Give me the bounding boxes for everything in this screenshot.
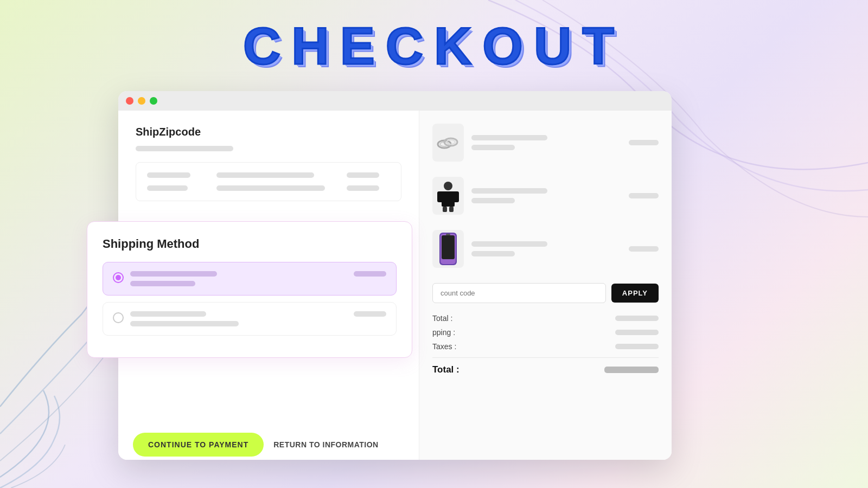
shipping-option-1[interactable]	[103, 262, 397, 296]
bottom-decoration	[0, 390, 108, 488]
continue-to-payment-button[interactable]: CONTINUE TO PAYMENT	[133, 433, 264, 457]
svg-rect-7	[452, 191, 459, 202]
total-label: Total :	[432, 364, 459, 375]
form-field-5[interactable]	[216, 185, 325, 191]
form-field-6[interactable]	[347, 185, 379, 191]
product-image-tshirt	[432, 177, 464, 215]
summary-divider	[432, 357, 659, 358]
rings-icon	[435, 129, 462, 156]
subtotal-row: Total :	[432, 314, 659, 323]
rings-name-bar	[471, 135, 547, 140]
browser-dot-green[interactable]	[150, 97, 157, 105]
product-image-phone	[432, 230, 464, 268]
product-info-rings	[471, 135, 621, 150]
product-info-tshirt	[471, 188, 621, 203]
tshirt-price-bar	[629, 193, 659, 198]
phone-price	[629, 246, 659, 252]
shipping-option-2-content	[130, 311, 347, 326]
svg-point-4	[444, 182, 452, 190]
rings-price-bar	[629, 140, 659, 145]
ship-zipcode-title: ShipZipcode	[136, 126, 401, 138]
phone-name-bar	[471, 241, 547, 247]
product-item-rings	[432, 124, 659, 162]
radio-unselected[interactable]	[113, 312, 124, 323]
rings-detail-bar	[471, 145, 515, 150]
apply-button[interactable]: APPLY	[611, 284, 659, 303]
rings-price	[629, 140, 659, 145]
taxes-label: Taxes :	[432, 342, 456, 351]
shipping-row: pping :	[432, 328, 659, 337]
svg-rect-9	[449, 207, 454, 212]
browser-dot-yellow[interactable]	[138, 97, 145, 105]
option-1-price-bar	[354, 271, 386, 277]
phone-icon	[438, 232, 458, 266]
tshirt-name-bar	[471, 188, 547, 194]
total-value	[604, 367, 659, 373]
zipcode-bar	[136, 146, 233, 151]
shipping-value	[615, 330, 659, 335]
browser-dot-red[interactable]	[126, 97, 133, 105]
shipping-option-2[interactable]	[103, 302, 397, 336]
option-2-price-bar	[354, 311, 386, 317]
option-2-price	[354, 311, 386, 317]
option-2-bars	[130, 311, 347, 326]
option-1-bars	[130, 271, 347, 286]
svg-rect-12	[442, 235, 455, 259]
phone-price-bar	[629, 246, 659, 252]
form-field-4[interactable]	[147, 185, 188, 191]
option-1-price	[354, 271, 386, 277]
radio-inner	[116, 275, 121, 280]
svg-rect-6	[437, 191, 444, 202]
action-buttons: CONTINUE TO PAYMENT RETURN TO INFORMATIO…	[133, 433, 379, 457]
product-item-phone	[432, 230, 659, 268]
shipping-label: pping :	[432, 328, 455, 337]
svg-rect-13	[446, 234, 450, 235]
option-2-bar-2	[130, 321, 239, 326]
radio-selected[interactable]	[113, 272, 124, 283]
total-row: Total :	[432, 364, 659, 375]
product-item-tshirt	[432, 177, 659, 215]
tshirt-detail-bar	[471, 198, 515, 203]
shipping-method-card: Shipping Method	[87, 221, 412, 358]
phone-detail-bar	[471, 251, 515, 256]
return-to-information-button[interactable]: RETURN TO INFORMATION	[273, 440, 379, 449]
product-info-phone	[471, 241, 621, 256]
shipping-method-title: Shipping Method	[103, 237, 397, 251]
option-2-bar-1	[130, 311, 206, 317]
tshirt-icon	[435, 179, 461, 212]
form-field-1[interactable]	[147, 172, 190, 178]
right-panel: APPLY Total : pping : Taxes : Tot	[419, 111, 672, 460]
discount-input[interactable]	[432, 283, 606, 303]
page-title: CHECKOUT	[0, 0, 868, 76]
option-1-bar-2	[130, 281, 195, 286]
option-1-bar-1	[130, 271, 217, 277]
shipping-option-1-content	[130, 271, 347, 286]
price-summary: Total : pping : Taxes : Total :	[432, 314, 659, 375]
svg-rect-8	[443, 207, 447, 212]
form-field-2[interactable]	[216, 172, 314, 178]
browser-titlebar	[118, 91, 672, 111]
product-image-rings	[432, 124, 464, 162]
form-field-3[interactable]	[347, 172, 379, 178]
discount-section: APPLY	[432, 283, 659, 303]
subtotal-label: Total :	[432, 314, 452, 323]
tshirt-price	[629, 193, 659, 198]
taxes-value	[615, 344, 659, 349]
address-form	[136, 162, 401, 201]
taxes-row: Taxes :	[432, 342, 659, 351]
subtotal-value	[615, 316, 659, 321]
